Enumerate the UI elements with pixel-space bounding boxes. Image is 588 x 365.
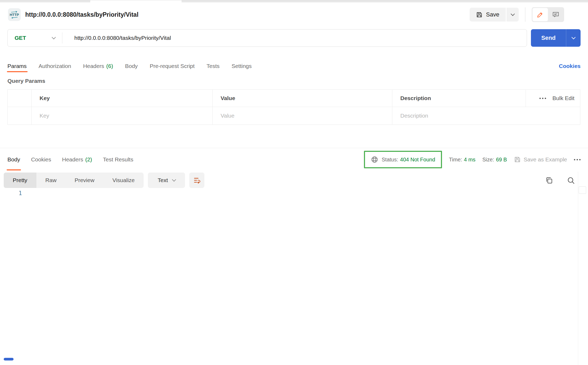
response-tab-headers[interactable]: Headers(2) [62,148,92,171]
divider [525,7,525,22]
horizontal-scrollbar-thumb[interactable] [4,358,14,360]
table-row: Key Value Description [8,107,580,124]
tab-authorization[interactable]: Authorization [38,60,71,72]
cookies-link[interactable]: Cookies [559,60,581,72]
view-mode-group: Pretty Raw Preview Visualize [4,173,144,188]
vertical-scrollbar-thumb[interactable] [579,186,586,194]
save-as-example-button[interactable]: Save as Example [514,156,567,163]
time-value: 4 ms [464,157,475,162]
save-options-button[interactable] [507,8,519,22]
tab-settings[interactable]: Settings [231,60,252,72]
title-bar-actions: Save [470,7,564,22]
send-button[interactable]: Send [531,29,581,47]
arrow-right-icon [11,11,18,13]
key-input[interactable]: Key [32,107,213,124]
tab-label: Body [125,63,138,69]
tab-body[interactable]: Body [125,60,138,72]
bulk-edit-button[interactable]: Bulk Edit [552,95,574,101]
http-request-icon: HTTP [8,8,21,21]
status-highlight-box: Status:404 Not Found [364,151,442,168]
format-selector-label: Text [158,177,168,183]
chevron-down-icon [510,12,515,16]
request-url-row: GET Send [7,29,581,47]
save-as-example-label: Save as Example [524,156,567,163]
arrow-left-icon [11,17,18,19]
more-options-icon[interactable] [539,98,546,99]
chevron-down-icon [571,35,576,39]
response-tabs: Body Cookies Headers(2) Test Results Sta… [7,148,581,171]
request-tabs: Params Authorization Headers(6) Body Pre… [7,60,581,72]
comment-icon [552,11,559,18]
tab-label: Body [7,156,20,163]
search-button[interactable] [566,176,575,185]
globe-icon [371,156,378,163]
query-params-heading: Query Params [7,78,45,84]
save-button[interactable]: Save [470,8,506,22]
description-input[interactable]: Description [392,107,580,124]
tab-tests[interactable]: Tests [207,60,220,72]
method-selector[interactable]: GET [8,35,62,41]
search-icon [566,176,575,185]
floppy-disk-icon [476,11,483,18]
method-label: GET [15,35,26,41]
size-label: Size:69 B [482,157,507,163]
tab-params[interactable]: Params [7,60,27,72]
response-tab-cookies[interactable]: Cookies [31,148,51,171]
edit-mode-button[interactable] [533,8,548,21]
response-body-editor[interactable]: 1 [0,189,588,365]
response-meta: Status:404 Not Found Time:4 ms Size:69 B… [364,151,581,168]
time-label: Time:4 ms [449,157,475,163]
save-button-label: Save [486,11,499,18]
wrap-lines-button[interactable] [189,173,204,188]
tab-label: Headers [62,156,83,163]
tab-label: Settings [231,63,252,69]
response-headers-count-badge: (2) [85,156,92,163]
tab-label: Pre-request Script [150,63,195,69]
send-button-label: Send [531,35,566,41]
tab-label: Test Results [103,156,133,163]
view-tab-raw[interactable]: Raw [36,173,66,188]
copy-button[interactable] [545,176,553,184]
query-params-table: Key Value Description Bulk Edit Key Valu… [7,89,580,125]
page-title: http://0.0.0.0:8080/tasks/byPriority/Vit… [25,11,139,18]
send-options-button[interactable] [566,37,581,39]
chevron-down-icon [172,177,176,182]
line-number: 1 [19,190,22,196]
description-column-header: Description [392,90,526,107]
chevron-down-icon [52,35,56,39]
format-selector[interactable]: Text [148,173,185,188]
url-input[interactable] [62,35,527,41]
response-tab-test-results[interactable]: Test Results [103,148,133,171]
floppy-disk-icon [514,156,521,163]
tab-label: Authorization [38,63,71,69]
postman-app: HTTP http://0.0.0.0:8080/tasks/byPriorit… [0,0,588,365]
response-more-options-icon[interactable] [574,159,581,160]
comments-button[interactable] [548,8,563,21]
status-value: 404 Not Found [400,157,435,162]
wrap-text-icon [193,177,201,184]
value-input[interactable]: Value [213,107,392,124]
request-title-bar: HTTP http://0.0.0.0:8080/tasks/byPriorit… [0,2,588,27]
edit-comment-toggle [532,7,564,22]
tab-headers[interactable]: Headers(6) [83,60,113,72]
tab-label: Headers [83,63,104,69]
value-column-header: Value [213,90,392,107]
vertical-scrollbar-track [578,171,578,365]
response-body-actions [545,176,575,185]
view-tab-preview[interactable]: Preview [66,173,104,188]
http-badge-label: HTTP [10,13,19,16]
view-tab-visualize[interactable]: Visualize [104,173,144,188]
pencil-icon [537,11,544,18]
tab-pre-request-script[interactable]: Pre-request Script [150,60,195,72]
url-field: GET [7,29,527,47]
size-value: 69 B [496,157,507,162]
tab-label: Cookies [31,156,51,163]
row-select-cell[interactable] [8,107,32,124]
response-tab-body[interactable]: Body [7,148,20,171]
status-label: Status:404 Not Found [382,157,435,163]
key-column-header: Key [32,90,213,107]
tab-label: Tests [207,63,220,69]
table-actions: Bulk Edit [526,90,580,107]
view-tab-pretty[interactable]: Pretty [4,173,36,188]
response-view-bar: Pretty Raw Preview Visualize Text [4,173,575,188]
